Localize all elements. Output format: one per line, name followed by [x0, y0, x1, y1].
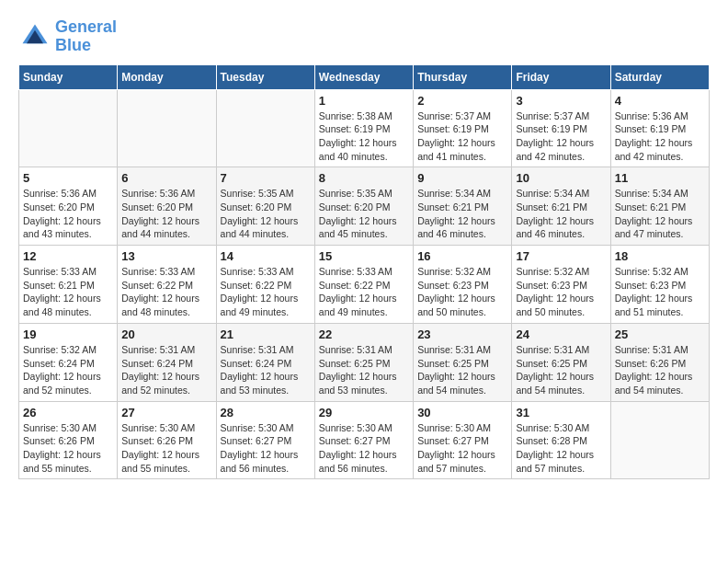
calendar-week-row: 5Sunrise: 5:36 AMSunset: 6:20 PMDaylight…: [19, 167, 710, 246]
calendar-cell: 13Sunrise: 5:33 AMSunset: 6:22 PMDayligh…: [118, 246, 216, 324]
day-info: Sunrise: 5:36 AMSunset: 6:19 PMDaylight:…: [615, 109, 705, 164]
day-info: Sunrise: 5:30 AMSunset: 6:26 PMDaylight:…: [23, 421, 113, 476]
day-number: 14: [221, 249, 311, 263]
day-info: Sunrise: 5:31 AMSunset: 6:25 PMDaylight:…: [417, 343, 507, 397]
day-info: Sunrise: 5:32 AMSunset: 6:23 PMDaylight:…: [516, 265, 606, 319]
day-info: Sunrise: 5:31 AMSunset: 6:25 PMDaylight:…: [319, 343, 409, 397]
header-saturday: Saturday: [610, 64, 709, 89]
calendar-cell: 20Sunrise: 5:31 AMSunset: 6:24 PMDayligh…: [118, 323, 216, 401]
day-info: Sunrise: 5:30 AMSunset: 6:28 PMDaylight:…: [516, 421, 606, 476]
calendar-cell: 14Sunrise: 5:33 AMSunset: 6:22 PMDayligh…: [216, 246, 314, 324]
day-info: Sunrise: 5:33 AMSunset: 6:21 PMDaylight:…: [23, 265, 113, 319]
calendar-cell: 16Sunrise: 5:32 AMSunset: 6:23 PMDayligh…: [414, 246, 512, 324]
day-number: 30: [417, 406, 507, 419]
day-number: 17: [516, 249, 606, 263]
day-info: Sunrise: 5:33 AMSunset: 6:22 PMDaylight:…: [121, 265, 211, 319]
day-number: 21: [221, 327, 311, 341]
calendar-cell: [19, 89, 118, 167]
calendar-cell: [118, 89, 216, 167]
day-number: 24: [516, 327, 606, 341]
calendar-cell: 17Sunrise: 5:32 AMSunset: 6:23 PMDayligh…: [512, 246, 610, 324]
page-header: General Blue: [18, 18, 710, 55]
day-info: Sunrise: 5:31 AMSunset: 6:24 PMDaylight:…: [221, 343, 311, 397]
calendar-cell: 9Sunrise: 5:34 AMSunset: 6:21 PMDaylight…: [414, 167, 512, 246]
calendar-cell: 15Sunrise: 5:33 AMSunset: 6:22 PMDayligh…: [314, 246, 413, 324]
day-info: Sunrise: 5:35 AMSunset: 6:20 PMDaylight:…: [221, 187, 311, 241]
day-number: 26: [23, 406, 113, 419]
calendar-header-row: SundayMondayTuesdayWednesdayThursdayFrid…: [19, 64, 710, 89]
day-number: 5: [23, 171, 113, 185]
day-number: 2: [417, 94, 507, 108]
calendar-cell: 11Sunrise: 5:34 AMSunset: 6:21 PMDayligh…: [610, 167, 709, 246]
calendar-cell: 23Sunrise: 5:31 AMSunset: 6:25 PMDayligh…: [414, 323, 512, 401]
day-number: 25: [615, 327, 705, 341]
calendar-cell: [216, 89, 314, 167]
logo-text: General Blue: [55, 18, 117, 55]
header-thursday: Thursday: [414, 64, 512, 89]
header-monday: Monday: [118, 64, 216, 89]
day-info: Sunrise: 5:37 AMSunset: 6:19 PMDaylight:…: [516, 109, 606, 164]
calendar-cell: 3Sunrise: 5:37 AMSunset: 6:19 PMDaylight…: [512, 89, 610, 167]
calendar-table: SundayMondayTuesdayWednesdayThursdayFrid…: [18, 64, 710, 480]
day-info: Sunrise: 5:32 AMSunset: 6:23 PMDaylight:…: [615, 265, 705, 319]
calendar-cell: 26Sunrise: 5:30 AMSunset: 6:26 PMDayligh…: [19, 401, 118, 479]
header-friday: Friday: [512, 64, 610, 89]
day-info: Sunrise: 5:31 AMSunset: 6:24 PMDaylight:…: [121, 343, 211, 397]
logo: General Blue: [18, 18, 117, 55]
day-number: 29: [319, 406, 409, 419]
calendar-week-row: 12Sunrise: 5:33 AMSunset: 6:21 PMDayligh…: [19, 246, 710, 324]
day-info: Sunrise: 5:36 AMSunset: 6:20 PMDaylight:…: [23, 187, 113, 241]
day-number: 10: [516, 171, 606, 185]
day-number: 11: [615, 171, 705, 185]
day-info: Sunrise: 5:34 AMSunset: 6:21 PMDaylight:…: [516, 187, 606, 241]
calendar-cell: 27Sunrise: 5:30 AMSunset: 6:26 PMDayligh…: [118, 401, 216, 479]
day-info: Sunrise: 5:30 AMSunset: 6:27 PMDaylight:…: [319, 421, 409, 476]
calendar-cell: 29Sunrise: 5:30 AMSunset: 6:27 PMDayligh…: [314, 401, 413, 479]
day-number: 3: [516, 94, 606, 108]
calendar-cell: 28Sunrise: 5:30 AMSunset: 6:27 PMDayligh…: [216, 401, 314, 479]
calendar-cell: 18Sunrise: 5:32 AMSunset: 6:23 PMDayligh…: [610, 246, 709, 324]
day-number: 22: [319, 327, 409, 341]
calendar-cell: 25Sunrise: 5:31 AMSunset: 6:26 PMDayligh…: [610, 323, 709, 401]
day-info: Sunrise: 5:30 AMSunset: 6:26 PMDaylight:…: [121, 421, 211, 476]
day-number: 20: [121, 327, 211, 341]
calendar-cell: 24Sunrise: 5:31 AMSunset: 6:25 PMDayligh…: [512, 323, 610, 401]
calendar-cell: 1Sunrise: 5:38 AMSunset: 6:19 PMDaylight…: [314, 89, 413, 167]
calendar-cell: 10Sunrise: 5:34 AMSunset: 6:21 PMDayligh…: [512, 167, 610, 246]
day-info: Sunrise: 5:35 AMSunset: 6:20 PMDaylight:…: [319, 187, 409, 241]
calendar-week-row: 19Sunrise: 5:32 AMSunset: 6:24 PMDayligh…: [19, 323, 710, 401]
day-number: 15: [319, 249, 409, 263]
day-number: 4: [615, 94, 705, 108]
day-number: 12: [23, 249, 113, 263]
calendar-cell: 7Sunrise: 5:35 AMSunset: 6:20 PMDaylight…: [216, 167, 314, 246]
calendar-cell: 5Sunrise: 5:36 AMSunset: 6:20 PMDaylight…: [19, 167, 118, 246]
day-info: Sunrise: 5:31 AMSunset: 6:26 PMDaylight:…: [615, 343, 705, 397]
calendar-week-row: 26Sunrise: 5:30 AMSunset: 6:26 PMDayligh…: [19, 401, 710, 479]
day-info: Sunrise: 5:32 AMSunset: 6:23 PMDaylight:…: [417, 265, 507, 319]
day-number: 1: [319, 94, 409, 108]
calendar-cell: 21Sunrise: 5:31 AMSunset: 6:24 PMDayligh…: [216, 323, 314, 401]
header-sunday: Sunday: [19, 64, 118, 89]
day-info: Sunrise: 5:34 AMSunset: 6:21 PMDaylight:…: [615, 187, 705, 241]
day-number: 9: [417, 171, 507, 185]
day-number: 6: [121, 171, 211, 185]
day-number: 18: [615, 249, 705, 263]
calendar-cell: 2Sunrise: 5:37 AMSunset: 6:19 PMDaylight…: [414, 89, 512, 167]
day-info: Sunrise: 5:33 AMSunset: 6:22 PMDaylight:…: [221, 265, 311, 319]
calendar-cell: 31Sunrise: 5:30 AMSunset: 6:28 PMDayligh…: [512, 401, 610, 479]
day-number: 28: [221, 406, 311, 419]
calendar-cell: 22Sunrise: 5:31 AMSunset: 6:25 PMDayligh…: [314, 323, 413, 401]
day-info: Sunrise: 5:31 AMSunset: 6:25 PMDaylight:…: [516, 343, 606, 397]
day-number: 19: [23, 327, 113, 341]
calendar-cell: 19Sunrise: 5:32 AMSunset: 6:24 PMDayligh…: [19, 323, 118, 401]
day-number: 27: [121, 406, 211, 419]
day-info: Sunrise: 5:37 AMSunset: 6:19 PMDaylight:…: [417, 109, 507, 164]
header-tuesday: Tuesday: [216, 64, 314, 89]
calendar-cell: 6Sunrise: 5:36 AMSunset: 6:20 PMDaylight…: [118, 167, 216, 246]
day-info: Sunrise: 5:30 AMSunset: 6:27 PMDaylight:…: [221, 421, 311, 476]
day-number: 31: [516, 406, 606, 419]
calendar-cell: 12Sunrise: 5:33 AMSunset: 6:21 PMDayligh…: [19, 246, 118, 324]
day-info: Sunrise: 5:38 AMSunset: 6:19 PMDaylight:…: [319, 109, 409, 164]
day-number: 8: [319, 171, 409, 185]
day-info: Sunrise: 5:33 AMSunset: 6:22 PMDaylight:…: [319, 265, 409, 319]
